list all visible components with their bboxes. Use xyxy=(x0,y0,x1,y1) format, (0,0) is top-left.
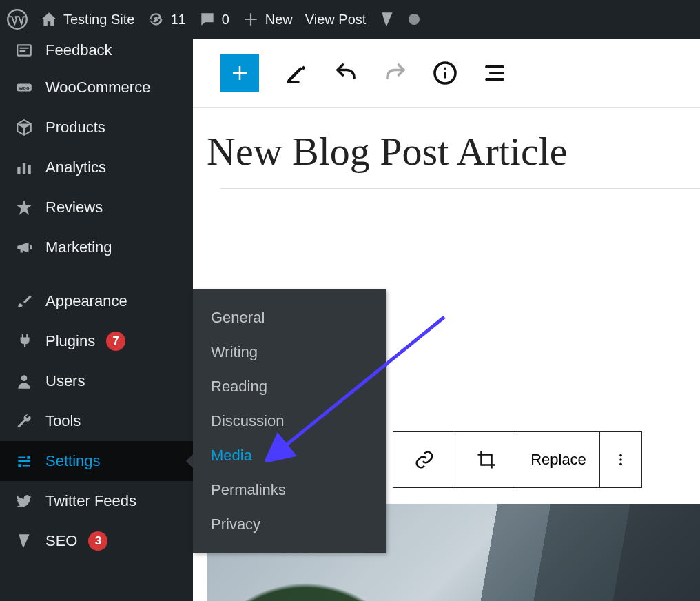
undo-button[interactable] xyxy=(333,61,358,85)
plugins-badge: 7 xyxy=(106,332,125,351)
link-button[interactable] xyxy=(393,432,455,487)
crop-button[interactable] xyxy=(455,432,517,487)
view-post-label: View Post xyxy=(305,12,367,28)
redo-button[interactable] xyxy=(383,61,408,85)
site-switcher[interactable]: Testing Site xyxy=(40,10,134,28)
sidebar-item-reviews[interactable]: Reviews xyxy=(0,187,193,227)
updates-indicator[interactable]: 11 xyxy=(147,10,185,28)
flyout-item-label: Reading xyxy=(211,378,267,395)
sidebar-item-label: Analytics xyxy=(45,159,106,176)
svg-rect-4 xyxy=(17,167,20,174)
new-content[interactable]: New xyxy=(242,10,293,28)
sidebar-item-label: Products xyxy=(45,119,105,136)
woocommerce-icon: woo xyxy=(14,77,34,98)
info-button[interactable] xyxy=(433,61,457,85)
flyout-item-privacy[interactable]: Privacy xyxy=(193,507,386,542)
products-icon xyxy=(14,117,34,138)
admin-bar: Testing Site 11 0 New View Post xyxy=(0,0,700,39)
flyout-item-label: General xyxy=(211,309,265,326)
sidebar-item-label: Appearance xyxy=(45,292,127,310)
comments-count: 0 xyxy=(222,12,229,28)
flyout-item-reading[interactable]: Reading xyxy=(193,369,386,404)
sidebar-item-label: Tools xyxy=(45,412,81,430)
flyout-item-label: Writing xyxy=(211,343,258,360)
comments-indicator[interactable]: 0 xyxy=(198,10,229,28)
svg-point-18 xyxy=(619,463,622,466)
updates-count: 11 xyxy=(170,12,185,28)
home-icon xyxy=(40,10,58,28)
sidebar-item-feedback[interactable]: Feedback xyxy=(0,39,193,68)
user-icon xyxy=(14,371,34,391)
megaphone-icon xyxy=(14,237,34,258)
flyout-item-discussion[interactable]: Discussion xyxy=(193,404,386,438)
sidebar-item-tools[interactable]: Tools xyxy=(0,401,193,441)
svg-rect-5 xyxy=(23,163,25,174)
yoast-icon[interactable] xyxy=(378,10,396,28)
flyout-item-writing[interactable]: Writing xyxy=(193,335,386,369)
sidebar-item-label: Twitter Feeds xyxy=(45,492,136,510)
star-icon xyxy=(14,197,34,218)
sidebar-item-label: SEO xyxy=(45,532,77,550)
sidebar-item-marketing[interactable]: Marketing xyxy=(0,227,193,267)
svg-point-12 xyxy=(444,67,446,70)
image-block-toolbar: Replace xyxy=(393,431,642,488)
flyout-item-label: Discussion xyxy=(211,412,284,429)
site-name-label: Testing Site xyxy=(63,12,134,28)
seo-badge: 3 xyxy=(88,531,107,551)
sidebar-item-plugins[interactable]: Plugins 7 xyxy=(0,321,193,361)
twitter-icon xyxy=(14,491,34,511)
wordpress-logo-icon[interactable] xyxy=(7,9,28,30)
svg-point-16 xyxy=(619,454,622,457)
sidebar-item-twitter-feeds[interactable]: Twitter Feeds xyxy=(0,481,193,521)
outline-button[interactable] xyxy=(482,61,507,85)
replace-button[interactable]: Replace xyxy=(517,432,600,487)
flyout-item-label: Privacy xyxy=(211,516,260,533)
flyout-item-label: Permalinks xyxy=(211,481,286,498)
editor-toolbar xyxy=(193,39,700,108)
sidebar-item-woocommerce[interactable]: woo WooCommerce xyxy=(0,68,193,108)
sidebar-item-appearance[interactable]: Appearance xyxy=(0,281,193,321)
svg-point-7 xyxy=(21,375,28,381)
refresh-icon xyxy=(147,10,165,28)
flyout-item-permalinks[interactable]: Permalinks xyxy=(193,473,386,507)
settings-flyout: General Writing Reading Discussion Media… xyxy=(193,289,386,553)
svg-point-0 xyxy=(8,10,27,29)
yoast-seo-icon xyxy=(14,531,34,551)
sidebar-item-label: Marketing xyxy=(45,238,112,256)
svg-rect-9 xyxy=(287,81,300,83)
sidebar-item-label: Settings xyxy=(45,452,101,470)
title-divider xyxy=(220,188,700,189)
sidebar-item-label: Users xyxy=(45,372,85,390)
add-block-button[interactable] xyxy=(220,54,259,92)
flyout-item-general[interactable]: General xyxy=(193,300,386,335)
view-post-link[interactable]: View Post xyxy=(305,12,367,28)
sidebar-item-label: Feedback xyxy=(45,41,112,59)
sliders-icon xyxy=(14,451,34,471)
plug-icon xyxy=(14,331,34,352)
status-dot-icon xyxy=(409,14,420,25)
brush-icon xyxy=(14,291,34,312)
flyout-item-media[interactable]: Media xyxy=(193,438,386,473)
sidebar-item-settings[interactable]: Settings xyxy=(0,441,193,481)
sidebar-item-label: WooCommerce xyxy=(45,79,150,96)
feedback-icon xyxy=(14,40,34,61)
analytics-icon xyxy=(14,157,34,178)
plus-icon xyxy=(242,10,260,28)
comment-icon xyxy=(198,10,216,28)
edit-mode-button[interactable] xyxy=(284,61,309,85)
wrench-icon xyxy=(14,411,34,431)
post-title[interactable]: New Blog Post Article xyxy=(207,128,700,174)
admin-sidebar: Feedback woo WooCommerce Products Analyt… xyxy=(0,39,193,601)
more-options-button[interactable] xyxy=(600,432,641,487)
sidebar-item-seo[interactable]: SEO 3 xyxy=(0,521,193,561)
svg-rect-6 xyxy=(28,165,30,174)
sidebar-item-analytics[interactable]: Analytics xyxy=(0,147,193,187)
svg-point-17 xyxy=(619,458,622,461)
sidebar-item-label: Plugins xyxy=(45,332,95,350)
sidebar-item-users[interactable]: Users xyxy=(0,361,193,401)
replace-label: Replace xyxy=(531,451,586,469)
svg-text:woo: woo xyxy=(18,85,30,91)
flyout-item-label: Media xyxy=(211,447,252,464)
sidebar-item-products[interactable]: Products xyxy=(0,108,193,147)
new-label: New xyxy=(265,12,293,28)
